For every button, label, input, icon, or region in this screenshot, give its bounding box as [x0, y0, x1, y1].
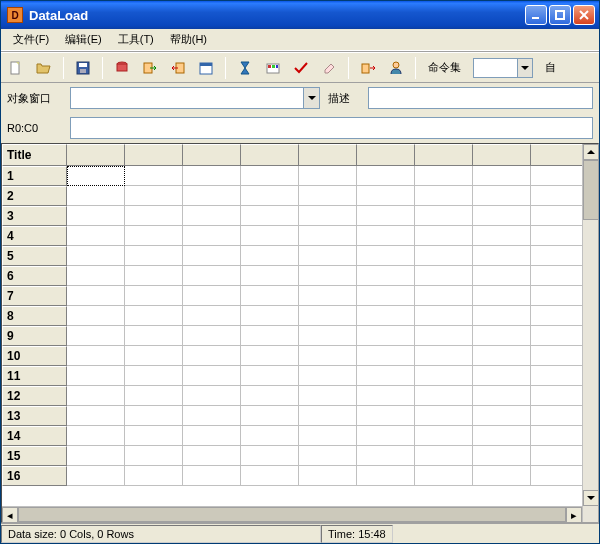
- grid-cell[interactable]: [125, 266, 183, 286]
- grid-cell[interactable]: [125, 326, 183, 346]
- user-icon[interactable]: [387, 59, 405, 77]
- grid-cell[interactable]: [531, 426, 589, 446]
- grid-cell[interactable]: [67, 226, 125, 246]
- col-header[interactable]: [125, 144, 183, 166]
- row-header[interactable]: 5: [2, 246, 67, 266]
- scroll-down-button[interactable]: [583, 490, 599, 506]
- grid-cell[interactable]: [415, 326, 473, 346]
- import-icon[interactable]: [169, 59, 187, 77]
- grid-cell[interactable]: [531, 186, 589, 206]
- grid-cell[interactable]: [299, 266, 357, 286]
- grid-cell[interactable]: [183, 346, 241, 366]
- grid-cell[interactable]: [67, 306, 125, 326]
- grid-cell[interactable]: [357, 386, 415, 406]
- grid-cell[interactable]: [473, 286, 531, 306]
- row-header[interactable]: 3: [2, 206, 67, 226]
- grid-cell[interactable]: [473, 406, 531, 426]
- grid-cell[interactable]: [67, 286, 125, 306]
- grid-cell[interactable]: [125, 386, 183, 406]
- desc-input[interactable]: [368, 87, 593, 109]
- grid-cell[interactable]: [415, 286, 473, 306]
- grid-cell[interactable]: [67, 446, 125, 466]
- grid-cell[interactable]: [183, 266, 241, 286]
- grid-cell[interactable]: [183, 206, 241, 226]
- grid-cell[interactable]: [531, 206, 589, 226]
- grid-cell[interactable]: [473, 206, 531, 226]
- row-header[interactable]: 2: [2, 186, 67, 206]
- grid-cell[interactable]: [299, 446, 357, 466]
- grid-cell[interactable]: [473, 386, 531, 406]
- grid-cell[interactable]: [357, 466, 415, 486]
- grid-cell[interactable]: [183, 466, 241, 486]
- grid-cell[interactable]: [241, 226, 299, 246]
- grid-cell[interactable]: [125, 346, 183, 366]
- col-header[interactable]: [531, 144, 589, 166]
- grid-cell[interactable]: [241, 166, 299, 186]
- grid-cell[interactable]: [357, 346, 415, 366]
- grid-cell[interactable]: [415, 166, 473, 186]
- grid-cell[interactable]: [241, 246, 299, 266]
- grid-cell[interactable]: [125, 286, 183, 306]
- grid-cell[interactable]: [415, 346, 473, 366]
- grid-cell[interactable]: [531, 406, 589, 426]
- grid-cell[interactable]: [531, 226, 589, 246]
- grid-cell[interactable]: [241, 326, 299, 346]
- grid-cell[interactable]: [473, 226, 531, 246]
- grid-cell[interactable]: [125, 186, 183, 206]
- grid-cell[interactable]: [473, 326, 531, 346]
- row-header[interactable]: 1: [2, 166, 67, 186]
- target-window-combo[interactable]: [70, 87, 320, 109]
- row-header[interactable]: 7: [2, 286, 67, 306]
- horizontal-scrollbar[interactable]: ◂ ▸: [2, 506, 598, 522]
- menu-help[interactable]: 帮助(H): [162, 30, 215, 49]
- grid-cell[interactable]: [299, 166, 357, 186]
- grid-cell[interactable]: [241, 186, 299, 206]
- grid-cell[interactable]: [125, 366, 183, 386]
- grid-cell[interactable]: [183, 286, 241, 306]
- menu-tools[interactable]: 工具(T): [110, 30, 162, 49]
- row-header[interactable]: 16: [2, 466, 67, 486]
- grid-cell[interactable]: [241, 286, 299, 306]
- grid-cell[interactable]: [473, 246, 531, 266]
- grid-cell[interactable]: [531, 366, 589, 386]
- grid-cell[interactable]: [473, 266, 531, 286]
- grid-cell[interactable]: [357, 406, 415, 426]
- grid-cell[interactable]: [299, 406, 357, 426]
- grid-cell[interactable]: [415, 426, 473, 446]
- grid-cell[interactable]: [67, 346, 125, 366]
- grid-cell[interactable]: [183, 186, 241, 206]
- grid-cell[interactable]: [415, 466, 473, 486]
- close-button[interactable]: [573, 5, 595, 25]
- row-header[interactable]: 11: [2, 366, 67, 386]
- grid-cell[interactable]: [357, 246, 415, 266]
- erase-icon[interactable]: [320, 59, 338, 77]
- grid-title-header[interactable]: Title: [2, 144, 67, 166]
- col-header[interactable]: [67, 144, 125, 166]
- grid-cell[interactable]: [531, 166, 589, 186]
- cmdset-combo[interactable]: [473, 58, 533, 78]
- row-header[interactable]: 15: [2, 446, 67, 466]
- grid-cell[interactable]: [415, 266, 473, 286]
- grid-cell[interactable]: [415, 446, 473, 466]
- col-header[interactable]: [183, 144, 241, 166]
- col-header[interactable]: [241, 144, 299, 166]
- grid-cell[interactable]: [531, 286, 589, 306]
- grid-cell[interactable]: [125, 226, 183, 246]
- grid-cell[interactable]: [473, 346, 531, 366]
- minimize-button[interactable]: [525, 5, 547, 25]
- row-header[interactable]: 9: [2, 326, 67, 346]
- check-icon[interactable]: [292, 59, 310, 77]
- scroll-left-button[interactable]: ◂: [2, 507, 18, 523]
- grid-cell[interactable]: [299, 366, 357, 386]
- grid-cell[interactable]: [415, 226, 473, 246]
- palette-icon[interactable]: [264, 59, 282, 77]
- grid-cell[interactable]: [299, 326, 357, 346]
- grid-cell[interactable]: [125, 166, 183, 186]
- grid-cell[interactable]: [183, 306, 241, 326]
- grid-cell[interactable]: [473, 186, 531, 206]
- grid-cell[interactable]: [473, 166, 531, 186]
- grid-cell[interactable]: [67, 466, 125, 486]
- grid-cell[interactable]: [67, 206, 125, 226]
- grid-cell[interactable]: [299, 226, 357, 246]
- grid-cell[interactable]: [125, 426, 183, 446]
